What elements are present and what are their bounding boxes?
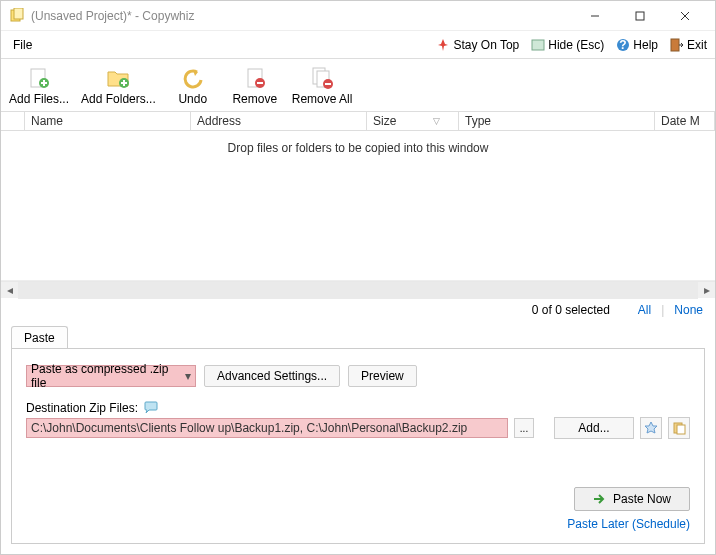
column-address[interactable]: Address — [191, 112, 367, 130]
arrow-right-icon — [593, 493, 607, 505]
svg-rect-9 — [671, 39, 679, 51]
paste-mode-combo[interactable]: Paste as compressed .zip file ▾ — [26, 365, 196, 387]
comment-icon[interactable] — [144, 401, 158, 415]
svg-rect-3 — [636, 12, 644, 20]
svg-text:?: ? — [620, 38, 627, 52]
grid-body[interactable]: Drop files or folders to be copied into … — [1, 131, 715, 281]
paste-panel: Paste as compressed .zip file ▾ Advanced… — [11, 348, 705, 544]
minimize-button[interactable] — [572, 2, 617, 30]
advanced-settings-button[interactable]: Advanced Settings... — [204, 365, 340, 387]
help-icon: ? — [616, 38, 630, 52]
selection-status: 0 of 0 selected — [532, 303, 610, 317]
select-none-link[interactable]: None — [674, 303, 703, 317]
grid-header: Name Address Size ▽ Type Date M — [1, 111, 715, 131]
remove-icon — [243, 66, 267, 90]
add-files-button[interactable]: Add Files... — [9, 66, 69, 106]
column-size[interactable]: Size ▽ — [367, 112, 459, 130]
remove-button[interactable]: Remove — [230, 66, 280, 106]
add-folders-label: Add Folders... — [81, 92, 156, 106]
chevron-down-icon: ▾ — [185, 369, 191, 383]
svg-rect-1 — [14, 8, 23, 19]
help-button[interactable]: ? Help — [612, 36, 662, 54]
remove-all-label: Remove All — [292, 92, 353, 106]
scroll-left-icon[interactable]: ◂ — [1, 282, 18, 299]
tab-paste[interactable]: Paste — [11, 326, 68, 349]
menubar: File Stay On Top Hide (Esc) ? Help Exit — [1, 31, 715, 59]
paste-later-link[interactable]: Paste Later (Schedule) — [567, 517, 690, 531]
preview-button[interactable]: Preview — [348, 365, 417, 387]
empty-hint: Drop files or folders to be copied into … — [228, 141, 489, 155]
remove-all-button[interactable]: Remove All — [292, 66, 353, 106]
close-button[interactable] — [662, 2, 707, 30]
column-date[interactable]: Date M — [655, 112, 715, 130]
stay-on-top-button[interactable]: Stay On Top — [432, 36, 523, 54]
help-label: Help — [633, 38, 658, 52]
browse-button[interactable]: ... — [514, 418, 534, 438]
toolbar: Add Files... Add Folders... Undo Remove … — [1, 59, 715, 111]
maximize-button[interactable] — [617, 2, 662, 30]
destination-label: Destination Zip Files: — [26, 401, 138, 415]
column-type[interactable]: Type — [459, 112, 655, 130]
undo-label: Undo — [178, 92, 207, 106]
select-all-link[interactable]: All — [638, 303, 651, 317]
paste-now-button[interactable]: Paste Now — [574, 487, 690, 511]
add-folders-icon — [106, 66, 130, 90]
favorite-button[interactable] — [640, 417, 662, 439]
window-title: (Unsaved Project)* - Copywhiz — [31, 9, 194, 23]
column-size-label: Size — [373, 114, 396, 128]
scroll-right-icon[interactable]: ▸ — [698, 282, 715, 299]
window-icon — [531, 38, 545, 52]
remove-label: Remove — [232, 92, 277, 106]
divider: | — [661, 303, 664, 317]
pin-icon — [436, 38, 450, 52]
window-controls — [572, 2, 707, 30]
star-icon — [644, 421, 658, 435]
paste-clipboard-button[interactable] — [668, 417, 690, 439]
sort-desc-icon: ▽ — [433, 116, 440, 126]
paste-now-label: Paste Now — [613, 492, 671, 506]
destination-path-input[interactable]: C:\John\Documents\Clients Follow up\Back… — [26, 418, 508, 438]
svg-rect-6 — [532, 40, 544, 50]
stay-on-top-label: Stay On Top — [453, 38, 519, 52]
paste-mode-value: Paste as compressed .zip file — [31, 362, 185, 390]
destination-path-value: C:\John\Documents\Clients Follow up\Back… — [31, 421, 467, 435]
hide-label: Hide (Esc) — [548, 38, 604, 52]
clipboard-icon — [672, 421, 686, 435]
add-files-label: Add Files... — [9, 92, 69, 106]
exit-button[interactable]: Exit — [666, 36, 711, 54]
add-destination-button[interactable]: Add... — [554, 417, 634, 439]
exit-icon — [670, 38, 684, 52]
tabstrip: Paste — [1, 322, 715, 348]
undo-icon — [181, 66, 205, 90]
hide-button[interactable]: Hide (Esc) — [527, 36, 608, 54]
app-icon — [9, 8, 25, 24]
remove-all-icon — [310, 66, 334, 90]
column-rowheader[interactable] — [1, 112, 25, 130]
add-folders-button[interactable]: Add Folders... — [81, 66, 156, 106]
undo-button[interactable]: Undo — [168, 66, 218, 106]
menu-file[interactable]: File — [5, 34, 40, 56]
column-name[interactable]: Name — [25, 112, 191, 130]
status-row: 0 of 0 selected All | None — [1, 298, 715, 322]
add-files-icon — [27, 66, 51, 90]
exit-label: Exit — [687, 38, 707, 52]
scroll-track[interactable] — [18, 282, 698, 299]
svg-rect-25 — [677, 425, 685, 434]
titlebar: (Unsaved Project)* - Copywhiz — [1, 1, 715, 31]
horizontal-scrollbar[interactable]: ◂ ▸ — [1, 281, 715, 298]
